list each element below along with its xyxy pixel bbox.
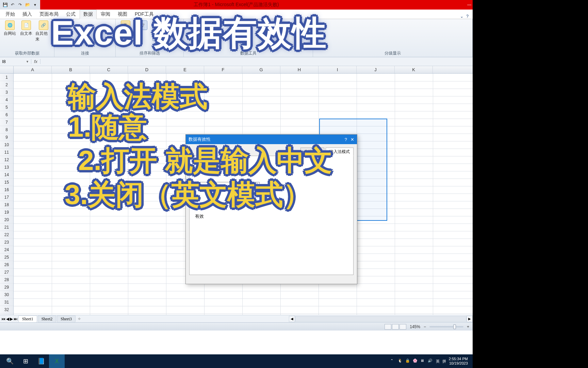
start-button[interactable]: 🔍 [2, 354, 18, 368]
row-header[interactable]: 31 [0, 298, 13, 306]
row-header[interactable]: 16 [0, 186, 13, 194]
minimize-icon[interactable]: — [467, 2, 471, 7]
save-icon[interactable]: 💾 [2, 2, 8, 8]
sheet-nav-first-icon[interactable]: ⏮ [1, 317, 5, 321]
row-header[interactable]: 25 [0, 254, 13, 261]
zoom-in-button[interactable]: + [467, 324, 469, 329]
sheet-tab[interactable]: Sheet1 [18, 316, 37, 322]
row-header[interactable]: 28 [0, 276, 13, 283]
col-header[interactable]: F [204, 66, 242, 73]
from-web-button[interactable]: 🌐自网站 [3, 20, 17, 36]
name-box[interactable]: I8 ▼ [0, 59, 31, 64]
task-view-button[interactable]: ⊞ [18, 354, 33, 368]
taskbar-excel[interactable]: X [49, 354, 65, 368]
col-header[interactable]: E [166, 66, 204, 73]
select-all-corner[interactable] [0, 66, 14, 73]
row-header[interactable]: 24 [0, 246, 13, 254]
from-other-button[interactable]: 🔗自其他来 [35, 20, 51, 42]
ime-mode-dropdown[interactable]: ▾ [195, 182, 260, 189]
col-header[interactable]: J [357, 66, 395, 73]
tab-insert[interactable]: 插入 [19, 10, 35, 19]
row-header[interactable]: 11 [0, 149, 13, 156]
sort-button[interactable]: ⇅ [118, 20, 133, 30]
taskbar-clock[interactable]: 2:55:34 PM 10/19/2023 [449, 357, 468, 365]
col-header[interactable]: K [395, 66, 433, 73]
dialog-tab-ime-mode[interactable]: 输入法模式 [326, 148, 354, 156]
row-header[interactable]: 2 [0, 81, 13, 89]
col-header[interactable]: D [128, 66, 166, 73]
row-header[interactable]: 19 [0, 209, 13, 216]
row-header[interactable]: 3 [0, 89, 13, 96]
scroll-left-icon[interactable]: ◀ [289, 316, 295, 322]
col-header[interactable]: G [242, 66, 280, 73]
qat-dropdown-icon[interactable]: ▾ [32, 2, 38, 8]
tray-chevron-icon[interactable]: ⌃ [390, 358, 396, 364]
col-header[interactable]: C [90, 66, 128, 73]
row-header[interactable]: 14 [0, 171, 13, 179]
tab-formula[interactable]: 公式 [63, 10, 79, 19]
ime-mode-indicator[interactable]: 拼 [442, 359, 446, 364]
zoom-out-button[interactable]: − [424, 324, 426, 329]
row-header[interactable]: 7 [0, 119, 13, 126]
chevron-down-icon[interactable]: ▾ [252, 183, 258, 188]
row-header[interactable]: 22 [0, 231, 13, 239]
tab-home[interactable]: 开始 [2, 10, 18, 19]
zoom-slider[interactable] [429, 326, 463, 327]
advanced-filter-button[interactable]: 高 [152, 35, 163, 41]
row-header[interactable]: 18 [0, 201, 13, 209]
row-header[interactable]: 12 [0, 156, 13, 164]
spreadsheet-grid[interactable]: A B C D E F G H I J K 123456789101112131… [0, 66, 473, 315]
tab-data[interactable]: 数据 [80, 10, 97, 19]
sheet-nav-last-icon[interactable]: ⏭ [14, 317, 18, 321]
row-header[interactable]: 4 [0, 96, 13, 104]
dialog-help-icon[interactable]: ? [345, 137, 347, 142]
col-header[interactable]: H [280, 66, 318, 73]
dialog-close-icon[interactable]: ✕ [350, 137, 354, 142]
col-header[interactable]: I [318, 66, 357, 73]
row-header[interactable]: 15 [0, 179, 13, 186]
row-header[interactable]: 30 [0, 291, 13, 298]
normal-view-button[interactable] [385, 324, 391, 329]
tab-review[interactable]: 审阅 [97, 10, 114, 19]
row-header[interactable]: 17 [0, 194, 13, 201]
row-header[interactable]: 10 [0, 141, 13, 149]
row-header[interactable]: 32 [0, 306, 13, 313]
dialog-tab-error-alert[interactable]: 出错警告 [300, 148, 324, 156]
volume-icon[interactable]: 🔊 [428, 358, 433, 364]
chevron-down-icon[interactable]: ▼ [26, 60, 29, 63]
row-header[interactable]: 9 [0, 134, 13, 141]
col-header[interactable]: B [52, 66, 90, 73]
tab-pdf[interactable]: PDF工具 [131, 10, 157, 19]
horizontal-scrollbar[interactable]: ◀ ▶ [289, 316, 473, 322]
scroll-right-icon[interactable]: ▶ [467, 316, 473, 322]
from-text-button[interactable]: 📄自文本 [19, 20, 33, 36]
row-header[interactable]: 5 [0, 104, 13, 111]
row-header[interactable]: 13 [0, 164, 13, 171]
sheet-nav-prev-icon[interactable]: ◀ [6, 317, 9, 321]
sheet-tab[interactable]: Sheet3 [57, 316, 76, 322]
fx-icon[interactable]: fx [31, 59, 40, 64]
row-header[interactable]: 26 [0, 261, 13, 269]
new-sheet-icon[interactable]: ✧ [78, 317, 81, 321]
row-header[interactable]: 6 [0, 111, 13, 119]
zoom-level[interactable]: 145% [410, 324, 420, 329]
ime-language-indicator[interactable]: 英 [436, 359, 440, 364]
sheet-nav-next-icon[interactable]: ▶ [10, 317, 13, 321]
dialog-title-bar[interactable]: 数据有效性 ? ✕ [186, 135, 357, 144]
row-header[interactable]: 20 [0, 216, 13, 224]
row-header[interactable]: 27 [0, 269, 13, 276]
page-layout-view-button[interactable] [392, 324, 399, 329]
row-header[interactable]: 23 [0, 239, 13, 246]
network-icon[interactable]: 🖥 [420, 358, 426, 364]
open-icon[interactable]: 📂 [24, 2, 31, 8]
tray-app-icon[interactable]: 🔒 [405, 358, 411, 364]
tray-app-icon[interactable]: 🌸 [413, 358, 418, 364]
col-header[interactable]: A [14, 66, 52, 73]
help-icon[interactable]: ? [466, 14, 469, 19]
reapply-button[interactable] [152, 28, 163, 34]
minimize-ribbon-icon[interactable]: ⌄ [460, 14, 463, 19]
taskbar-app[interactable]: 📘 [33, 354, 49, 368]
row-header[interactable]: 1 [0, 74, 13, 81]
page-break-view-button[interactable] [399, 324, 406, 329]
tray-app-icon[interactable]: 🐧 [398, 358, 403, 364]
